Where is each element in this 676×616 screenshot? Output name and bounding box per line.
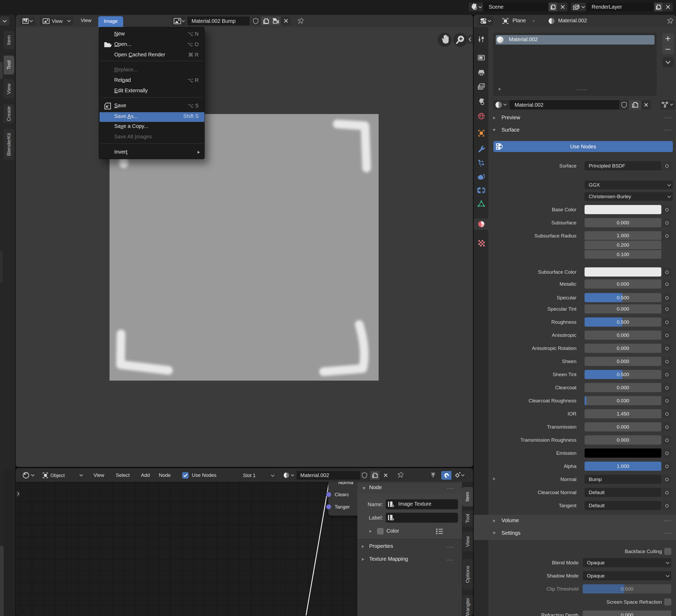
svg-text:Object: Object	[50, 473, 65, 478]
svg-text:View: View	[52, 18, 63, 24]
